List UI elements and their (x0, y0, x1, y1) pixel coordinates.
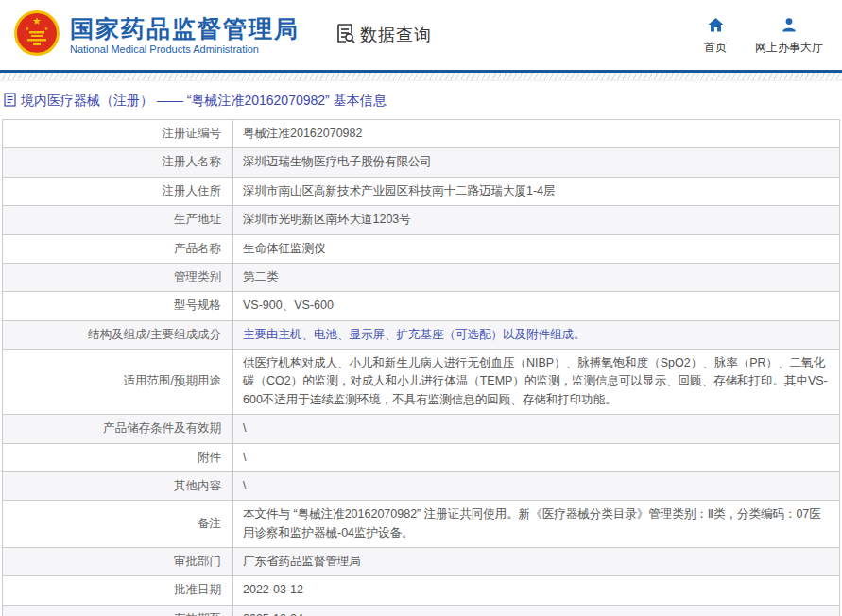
row-value-text: 生命体征监测仪 (243, 242, 326, 255)
row-value-text: 粤械注准20162070982 (243, 127, 362, 140)
site-header: ★ ★ ★ 国家药品监督管理局 National Medical Product… (0, 0, 842, 70)
row-label: 其他内容 (3, 471, 233, 500)
row-value: 深圳迈瑞生物医疗电子股份有限公司 (233, 148, 840, 177)
home-icon (708, 18, 724, 36)
row-value: \ (233, 471, 840, 500)
row-label: 管理类别 (3, 263, 233, 291)
stripe-band (0, 73, 842, 81)
table-row: 管理类别第二类 (3, 263, 840, 291)
data-query-tab[interactable]: 数据查询 (334, 22, 432, 48)
row-label: 审批部门 (3, 548, 233, 576)
row-value-text: 第二类 (243, 270, 279, 283)
row-value-text: 供医疗机构对成人、小儿和新生儿病人进行无创血压（NIBP）、脉搏氧饱和度（SpO… (243, 356, 828, 406)
row-value: 主要由主机、电池、显示屏、扩充基座（可选配）以及附件组成。 (233, 320, 840, 349)
nmpa-logo[interactable]: ★ ★ ★ (13, 9, 60, 61)
row-value: 深圳市南山区高新技术产业园区科技南十二路迈瑞大厦1-4层 (233, 177, 840, 205)
nav-home[interactable]: 首页 (704, 18, 727, 56)
national-emblem-icon: ★ ★ ★ (13, 9, 60, 61)
row-value: 广东省药品监督管理局 (233, 548, 840, 576)
row-label: 附件 (3, 443, 233, 471)
row-value-text: 深圳市光明新区南环大道1203号 (243, 213, 411, 226)
registration-info-table-wrap: 注册证编号粤械注准20162070982注册人名称深圳迈瑞生物医疗电子股份有限公… (0, 119, 842, 616)
svg-text:★: ★ (32, 15, 42, 26)
row-value-text: \ (243, 451, 246, 464)
data-query-label: 数据查询 (360, 24, 432, 46)
row-value-text: 深圳迈瑞生物医疗电子股份有限公司 (243, 155, 432, 168)
svg-text:★: ★ (26, 26, 30, 31)
header-nav: 首页 网上办事大厅 (704, 14, 823, 56)
row-value: VS-900、VS-600 (233, 292, 840, 320)
row-value: \ (233, 443, 840, 471)
nav-service-hall[interactable]: 网上办事大厅 (755, 18, 823, 56)
row-value: 供医疗机构对成人、小儿和新生儿病人进行无创血压（NIBP）、脉搏氧饱和度（SpO… (233, 350, 840, 415)
row-value: 第二类 (233, 263, 840, 291)
table-row: 生产地址深圳市光明新区南环大道1203号 (3, 206, 840, 234)
site-subtitle: National Medical Products Administration (70, 43, 300, 55)
row-label: 适用范围/预期用途 (3, 350, 233, 415)
user-icon (782, 18, 797, 36)
table-row: 产品名称生命体征监测仪 (3, 234, 840, 263)
row-label: 结构及组成/主要组成成分 (3, 320, 233, 349)
row-value-text: \ (243, 479, 246, 492)
table-row: 适用范围/预期用途供医疗机构对成人、小儿和新生儿病人进行无创血压（NIBP）、脉… (3, 350, 840, 415)
table-row: 审批部门广东省药品监督管理局 (3, 548, 840, 576)
row-label: 有效期至 (3, 605, 233, 616)
row-value-text: 本文件与 “粤械注准20162070982” 注册证共同使用。新《医疗器械分类目… (243, 507, 821, 539)
row-label: 注册证编号 (3, 120, 233, 148)
table-row: 结构及组成/主要组成成分主要由主机、电池、显示屏、扩充基座（可选配）以及附件组成… (3, 320, 840, 349)
row-value-text: 2022-03-12 (243, 583, 303, 596)
row-value: 粤械注准20162070982 (233, 120, 840, 148)
row-label: 型号规格 (3, 292, 233, 320)
row-label: 生产地址 (3, 206, 233, 234)
document-icon (4, 93, 16, 110)
row-label: 注册人住所 (3, 177, 233, 205)
data-query-icon (334, 22, 356, 48)
nav-service-hall-label: 网上办事大厅 (755, 40, 823, 56)
row-value: 深圳市光明新区南环大道1203号 (233, 206, 840, 234)
site-title: 国家药品监督管理局 (70, 15, 300, 43)
table-row: 其他内容\ (3, 471, 840, 500)
row-value-text: 深圳市南山区高新技术产业园区科技南十二路迈瑞大厦1-4层 (243, 184, 556, 197)
row-value: 生命体征监测仪 (233, 234, 840, 263)
row-value: 2022-03-12 (233, 576, 840, 605)
row-value-text: 2025-12-24 (243, 612, 303, 616)
table-row: 注册证编号粤械注准20162070982 (3, 120, 840, 148)
row-value-text: VS-900、VS-600 (243, 299, 334, 312)
row-value: \ (233, 415, 840, 443)
registration-info-table: 注册证编号粤械注准20162070982注册人名称深圳迈瑞生物医疗电子股份有限公… (2, 119, 840, 616)
row-value-text: 广东省药品监督管理局 (243, 555, 361, 568)
row-value: 本文件与 “粤械注准20162070982” 注册证共同使用。新《医疗器械分类目… (233, 501, 840, 548)
table-row: 附件\ (3, 443, 840, 471)
table-row: 批准日期2022-03-12 (3, 576, 840, 605)
title-block: 国家药品监督管理局 National Medical Products Admi… (70, 15, 300, 56)
row-label: 批准日期 (3, 576, 233, 605)
row-value-text: 主要由主机、电池、显示屏、扩充基座（可选配）以及附件组成。 (243, 328, 586, 341)
table-row: 产品储存条件及有效期\ (3, 415, 840, 443)
nav-home-label: 首页 (704, 40, 727, 56)
row-label: 产品储存条件及有效期 (3, 415, 233, 443)
svg-text:★: ★ (44, 26, 49, 31)
row-value-text: \ (243, 421, 246, 435)
breadcrumb-text: 境内医疗器械（注册） —— “粤械注准20162070982” 基本信息 (21, 93, 387, 110)
table-row: 注册人住所深圳市南山区高新技术产业园区科技南十二路迈瑞大厦1-4层 (3, 177, 840, 205)
table-row: 备注本文件与 “粤械注准20162070982” 注册证共同使用。新《医疗器械分… (3, 501, 840, 548)
row-value: 2025-12-24 (233, 605, 840, 616)
row-label: 注册人名称 (3, 148, 233, 177)
table-row: 型号规格VS-900、VS-600 (3, 292, 840, 320)
row-label: 产品名称 (3, 234, 233, 263)
breadcrumb: 境内医疗器械（注册） —— “粤械注准20162070982” 基本信息 (0, 81, 842, 119)
row-label: 备注 (3, 501, 233, 548)
table-row: 注册人名称深圳迈瑞生物医疗电子股份有限公司 (3, 148, 840, 177)
table-row: 有效期至2025-12-24 (3, 605, 840, 616)
